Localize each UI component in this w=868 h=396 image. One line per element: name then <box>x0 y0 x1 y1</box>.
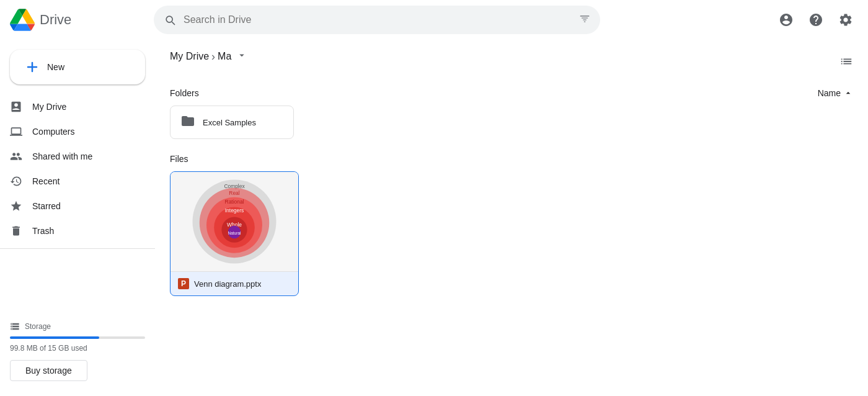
new-plus-icon <box>25 60 40 74</box>
sidebar-divider <box>0 248 155 249</box>
svg-text:Real: Real <box>229 190 239 196</box>
new-button[interactable]: New <box>10 50 145 84</box>
file-name: Venn diagram.pptx <box>194 279 261 289</box>
starred-icon <box>10 200 22 212</box>
breadcrumb-current[interactable]: Ma <box>218 51 231 62</box>
app-header: Drive <box>0 0 868 40</box>
breadcrumb-row: My Drive › Ma <box>170 50 853 76</box>
sort-arrow-icon <box>843 88 853 98</box>
chevron-down-icon <box>236 50 247 61</box>
drive-logo-icon <box>10 7 35 32</box>
buy-storage-button[interactable]: Buy storage <box>10 360 87 381</box>
venn-diagram-thumbnail: Complex Real Rational Integers Whole <box>188 175 281 268</box>
breadcrumb-separator: › <box>211 50 215 63</box>
view-toggle-button[interactable] <box>839 55 853 71</box>
settings-icon-btn[interactable] <box>833 7 858 32</box>
file-info: P Venn diagram.pptx <box>170 271 298 295</box>
svg-text:Rational: Rational <box>225 199 244 205</box>
account-icon-btn[interactable] <box>774 7 799 32</box>
folder-name: Excel Samples <box>203 118 256 127</box>
folder-icon <box>180 114 195 131</box>
app-logo-text: Drive <box>40 12 71 28</box>
plus-icon <box>25 60 40 74</box>
svg-text:Integers: Integers <box>225 207 244 214</box>
storage-section: Storage 99.8 MB of 15 GB used Buy storag… <box>0 312 155 391</box>
sidebar-item-shared[interactable]: Shared with me <box>0 144 145 169</box>
svg-text:Natural: Natural <box>228 231 241 235</box>
breadcrumb-dropdown-icon[interactable] <box>236 50 247 63</box>
files-grid: Complex Real Rational Integers Whole <box>170 171 853 296</box>
search-icon <box>164 14 176 26</box>
search-options-icon[interactable] <box>579 14 590 26</box>
sidebar-item-computers[interactable]: Computers <box>0 119 145 144</box>
storage-used-text: 99.8 MB of 15 GB used <box>10 344 145 353</box>
content-area: My Drive › Ma Folders Name <box>155 40 868 396</box>
help-icon <box>808 12 823 27</box>
files-section-header: Files <box>170 154 853 164</box>
new-label: New <box>47 62 64 72</box>
breadcrumb-root[interactable]: My Drive <box>170 51 209 62</box>
sort-button[interactable]: Name <box>818 88 853 98</box>
sidebar-item-my-drive[interactable]: My Drive <box>0 94 145 119</box>
breadcrumb: My Drive › Ma <box>170 50 247 63</box>
storage-bar-background <box>10 336 145 339</box>
header-actions <box>774 7 858 32</box>
folder-item[interactable]: Excel Samples <box>170 106 294 139</box>
my-drive-icon <box>10 101 22 113</box>
sidebar-item-starred-label: Starred <box>32 201 61 211</box>
sidebar-item-recent-label: Recent <box>32 176 60 186</box>
sidebar-item-starred[interactable]: Starred <box>0 194 145 218</box>
trash-icon <box>10 225 22 237</box>
sidebar-item-my-drive-label: My Drive <box>32 102 66 112</box>
logo-area: Drive <box>10 7 146 32</box>
sidebar: New My Drive Computers <box>0 40 155 396</box>
folders-section-title: Folders <box>170 88 199 98</box>
folders-grid: Excel Samples <box>170 106 853 139</box>
folders-section-header: Folders Name <box>170 88 853 98</box>
file-card[interactable]: Complex Real Rational Integers Whole <box>170 171 299 296</box>
sidebar-item-recent[interactable]: Recent <box>0 169 145 194</box>
settings-icon <box>838 12 853 27</box>
search-input[interactable] <box>184 14 572 25</box>
storage-label: Storage <box>10 322 145 331</box>
file-type-icon: P <box>178 278 189 289</box>
storage-icon <box>10 322 20 331</box>
files-section-title: Files <box>170 154 188 164</box>
search-bar[interactable] <box>154 6 600 34</box>
storage-bar-fill <box>10 336 99 339</box>
shared-with-me-icon <box>10 150 22 163</box>
sidebar-item-computers-label: Computers <box>32 127 74 137</box>
recent-icon <box>10 175 22 187</box>
sidebar-item-trash[interactable]: Trash <box>0 218 145 243</box>
file-thumbnail: Complex Real Rational Integers Whole <box>170 172 298 271</box>
list-view-icon <box>839 55 853 68</box>
sidebar-item-trash-label: Trash <box>32 226 54 236</box>
main-layout: New My Drive Computers <box>0 40 868 396</box>
account-circle-icon <box>779 12 794 27</box>
help-icon-btn[interactable] <box>804 7 828 32</box>
computers-icon <box>10 125 22 138</box>
sidebar-item-shared-label: Shared with me <box>32 151 92 161</box>
